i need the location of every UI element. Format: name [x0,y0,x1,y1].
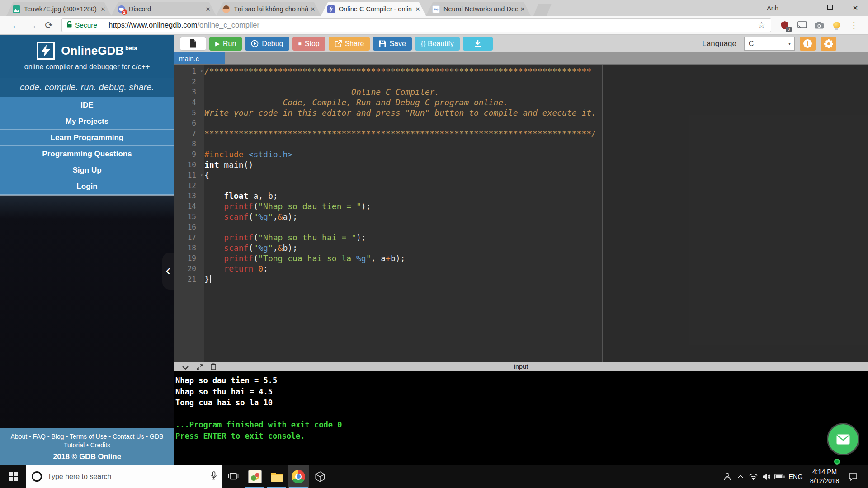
cast-icon[interactable] [797,20,807,31]
search-input[interactable] [42,473,211,481]
sidebar-item-my-projects[interactable]: My Projects [0,113,174,130]
code-line[interactable]: 15 scanf("%g",&a); [174,211,868,222]
download-button[interactable] [463,37,493,51]
lightbulb-icon[interactable] [831,20,842,31]
dropdown-arrow-icon: ▾ [788,41,794,46]
line-number: 9 [174,149,204,160]
taskbar-app-image-viewer[interactable] [244,465,266,488]
code-line[interactable]: 20 return 0; [174,263,868,274]
fold-arrow-icon[interactable]: ▾ [200,66,203,76]
stop-button[interactable]: ■ Stop [292,37,326,51]
save-button[interactable]: Save [373,37,411,51]
tray-people-icon[interactable] [721,465,734,488]
line-number: 7 [174,128,204,139]
chat-fab-button[interactable] [828,424,858,454]
tray-clock[interactable]: 4:14 PM 8/12/2018 [805,468,844,485]
settings-button[interactable] [821,37,836,51]
console-header[interactable]: input [174,362,868,371]
code-line[interactable]: 17 printf("Nhap so thu hai = "); [174,232,868,243]
language-label: Language [702,39,736,48]
file-tab-main-c[interactable]: main.c [174,52,225,64]
code-line[interactable]: 5Write your code in this editor and pres… [174,108,868,118]
collapse-sidebar-button[interactable]: ‹ [162,253,174,290]
share-button[interactable]: Share [329,37,370,51]
browser-tab[interactable]: 2Discord✕ [111,2,216,16]
code-line[interactable]: 1▾/*************************************… [174,66,868,76]
sidebar-item-learn-programming[interactable]: Learn Programming [0,130,174,146]
tray-network-icon[interactable] [747,465,760,488]
adblock-shield-icon[interactable]: 8 [779,20,790,31]
url-host: https://www.onlinegdb.com [108,21,197,29]
folder-icon [270,471,283,482]
code-line[interactable]: 11▾{ [174,170,868,180]
tab-close-button[interactable]: ✕ [518,6,527,13]
code-line[interactable]: 16 [174,222,868,232]
tray-notification-icon[interactable] [844,465,862,488]
console-output[interactable]: Nhap so dau tien = 5.5Nhap so thu hai = … [174,371,868,465]
code-line[interactable]: 18 scanf("%g",&b); [174,243,868,253]
sidebar-item-sign-up[interactable]: Sign Up [0,162,174,178]
browser-tab[interactable]: Teuwk7E.jpg (800×1280)✕ [6,2,111,16]
code-line[interactable]: 14 printf("Nhap so dau tien = "); [174,201,868,211]
start-button[interactable] [0,465,26,488]
tab-close-button[interactable]: ✕ [203,6,212,13]
code-text: printf("Nhap so dau tien = "); [204,201,371,211]
code-text: { [204,170,209,180]
address-bar[interactable]: Secure https://www.onlinegdb.com /online… [61,18,771,32]
code-line[interactable]: 3 Online C Compiler. [174,87,868,97]
taskbar-app-explorer[interactable] [266,465,288,488]
code-line[interactable]: 7***************************************… [174,128,868,139]
taskbar-app-unity[interactable] [309,465,331,488]
beautify-button[interactable]: {} Beautify [415,37,460,51]
tray-chevron-up-icon[interactable] [734,465,747,488]
taskbar-search[interactable] [26,465,222,488]
browser-tab[interactable]: Tại sao lại không cho nhậ✕ [216,2,321,16]
sidebar-item-login[interactable]: Login [0,178,174,195]
code-line[interactable]: 6 [174,118,868,128]
code-line[interactable]: 10int main() [174,160,868,170]
info-button[interactable]: i [800,37,816,51]
tab-title: Discord [129,5,203,13]
taskbar-app-chrome[interactable] [288,465,309,488]
tray-battery-icon[interactable] [773,465,786,488]
code-line[interactable]: 2 [174,76,868,87]
tray-language[interactable]: ENG [786,473,805,480]
run-button[interactable]: ▶ Run [209,37,242,51]
browser-tab[interactable]: Online C Compiler - onlin✕ [321,2,426,16]
reload-button[interactable]: ⟳ [41,20,57,31]
new-file-button[interactable] [180,37,206,51]
tab-close-button[interactable]: ✕ [99,6,108,13]
code-line[interactable]: 13 float a, b; [174,191,868,201]
sidebar-item-ide[interactable]: IDE [0,97,174,113]
bookmark-star-icon[interactable]: ☆ [757,20,766,30]
microphone-icon[interactable] [211,471,217,482]
code-line[interactable]: 4 Code, Compile, Run and Debug C program… [174,97,868,108]
task-view-button[interactable] [222,465,244,488]
back-button[interactable]: ← [8,20,24,31]
profile-name[interactable]: Anh [767,5,778,12]
code-line[interactable]: 21} [174,274,868,284]
code-line[interactable]: 8 [174,139,868,149]
maximize-button[interactable] [817,4,843,12]
footer-links[interactable]: About • FAQ • Blog • Terms of Use • Cont… [0,432,174,441]
camera-icon[interactable] [814,20,825,31]
code-line[interactable]: 9#include <stdio.h> [174,149,868,160]
tab-close-button[interactable]: ✕ [308,6,317,13]
code-editor[interactable]: 1▾/*************************************… [174,65,868,362]
tab-close-button[interactable]: ✕ [413,6,422,13]
close-button[interactable]: ✕ [843,4,868,12]
fold-arrow-icon[interactable]: ▾ [200,170,203,180]
new-tab-button[interactable] [533,4,552,16]
forward-button[interactable]: → [24,20,41,31]
minimize-button[interactable]: — [792,4,817,12]
tagline: code. compile. run. debug. share. [0,78,174,97]
browser-tab[interactable]: ∞Neural Networks and Dee✕ [426,2,531,16]
language-select[interactable]: C ▾ [744,37,795,51]
code-line[interactable]: 19 printf("Tong cua hai so la %g", a+b); [174,253,868,263]
browser-menu-icon[interactable]: ⋮ [848,20,860,30]
tray-volume-icon[interactable] [760,465,773,488]
debug-button[interactable]: Debug [245,37,289,51]
footer-links-2[interactable]: Tutorial • Credits [0,441,174,450]
sidebar-item-programming-questions[interactable]: Programming Questions [0,146,174,162]
code-line[interactable]: 12 [174,180,868,191]
